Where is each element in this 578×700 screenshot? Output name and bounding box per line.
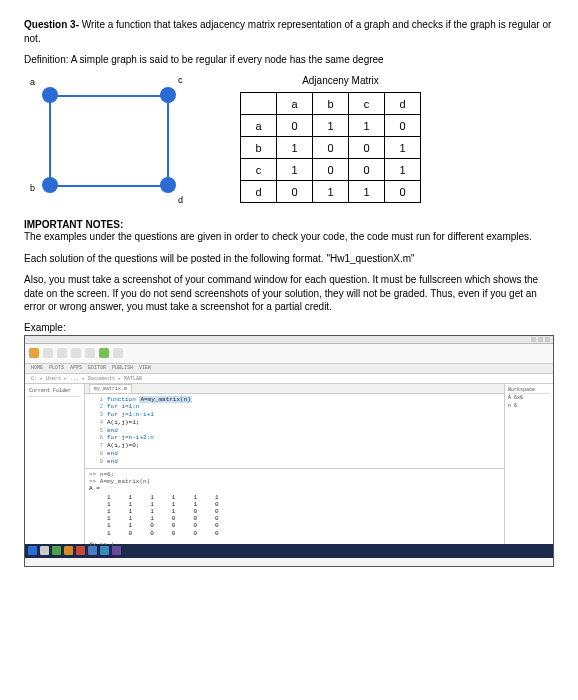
current-folder-title: Current Folder [29,388,80,397]
important-notes: IMPORTANT NOTES: The examples under the … [24,219,554,314]
adjacency-table: a b c d a 0 1 1 0 b 1 0 0 1 c 1 [240,92,421,203]
screenshot-body: Current Folder my_matrix.m 1 2 3 4 5 6 7… [25,384,553,544]
command-window[interactable]: >> n=6; >> A=my_matrix(n) A = 1 1 1 1 1 … [85,468,504,550]
taskbar-app-icon[interactable] [52,546,61,555]
workspace-title: Workspace [508,387,550,394]
adj-cell: 1 [385,159,421,181]
adj-blank-cell [241,93,277,115]
adj-cell: 0 [277,181,313,203]
adj-row-b: b [241,137,277,159]
open-icon[interactable] [43,348,53,358]
taskbar-app-icon[interactable] [76,546,85,555]
adj-cell: 1 [313,181,349,203]
notes-heading: IMPORTANT NOTES: [24,219,554,230]
taskbar-search-icon[interactable] [40,546,49,555]
code-area[interactable]: 1 2 3 4 5 6 7 8 9 function A=my_matrix(n… [85,394,504,468]
indent-icon[interactable] [85,348,95,358]
figure-row: a c b d Adjanceny Matrix a b c d a 0 1 [24,75,554,205]
cmd-line: >> n=6; [89,471,500,478]
adj-cell: 0 [277,115,313,137]
edge-cd [167,96,169,186]
graph-diagram: a c b d [30,75,200,205]
workspace-row[interactable]: n 6 [508,402,550,410]
adj-cell: 1 [313,115,349,137]
definition-text: Definition: A simple graph is said to be… [24,54,554,65]
notes-p1: The examples under the questions are giv… [24,230,554,244]
matrix-title: Adjanceny Matrix [260,75,421,86]
new-icon[interactable] [29,348,39,358]
editor-tab[interactable]: my_matrix.m [89,384,132,393]
node-c [160,87,176,103]
question-body: Write a function that takes adjacency ma… [24,19,551,44]
adj-cell: 0 [313,137,349,159]
taskbar-app-icon[interactable] [64,546,73,555]
node-label-a: a [30,77,35,87]
path-text: C: ▸ Users ▸ ... ▸ Documents ▸ MATLAB [31,375,142,382]
edge-ac [51,95,167,97]
example-screenshot: HOME PLOTS APPS EDITOR PUBLISH VIEW C: ▸… [24,335,554,567]
workspace-panel: Workspace A 6x6 n 6 [505,384,553,544]
editor-tabs: my_matrix.m [85,384,504,394]
taskbar-app-icon[interactable] [100,546,109,555]
toolstrip [25,344,553,364]
workspace-row[interactable]: A 6x6 [508,394,550,402]
code-lines: function A=my_matrix(n) for i=1:n for j=… [107,396,192,466]
adj-col-d: d [385,93,421,115]
window-close-icon[interactable] [545,337,550,342]
window-max-icon[interactable] [538,337,543,342]
node-d [160,177,176,193]
run-icon[interactable] [99,348,109,358]
node-label-b: b [30,183,35,193]
adjacency-matrix-block: Adjanceny Matrix a b c d a 0 1 1 0 b 1 0… [240,75,421,203]
edge-ab [49,96,51,186]
adj-col-b: b [313,93,349,115]
cmd-line: >> A=my_matrix(n) [89,478,500,485]
cmd-var: A = [89,485,500,492]
question-prompt: Question 3- Write a function that takes … [24,18,554,46]
adj-cell: 0 [349,159,385,181]
save-icon[interactable] [57,348,67,358]
current-folder-body[interactable] [29,401,80,540]
adj-cell: 1 [277,137,313,159]
find-icon[interactable] [71,348,81,358]
ribbon-tab[interactable]: EDITOR [88,365,106,371]
cmd-matrix-output: 1 1 1 1 1 1 1 1 1 1 1 0 1 1 1 1 0 0 1 1 … [89,494,500,537]
adj-col-c: c [349,93,385,115]
adj-cell: 0 [385,115,421,137]
adj-col-a: a [277,93,313,115]
adj-cell: 1 [349,115,385,137]
notes-p3: Also, you must take a screenshot of your… [24,273,554,314]
adj-cell: 0 [349,137,385,159]
editor-panel: my_matrix.m 1 2 3 4 5 6 7 8 9 function A… [85,384,505,544]
ribbon-tab[interactable]: APPS [70,365,82,371]
line-gutter: 1 2 3 4 5 6 7 8 9 [87,396,107,466]
taskbar-app-icon[interactable] [112,546,121,555]
ribbon-tab[interactable]: PLOTS [49,365,64,371]
ribbon-tab[interactable]: VIEW [139,365,151,371]
window-titlebar [25,336,553,344]
taskbar-app-icon[interactable] [88,546,97,555]
adj-cell: 1 [385,137,421,159]
adj-cell: 1 [349,181,385,203]
adj-row-a: a [241,115,277,137]
ribbon-tab[interactable]: HOME [31,365,43,371]
window-min-icon[interactable] [531,337,536,342]
edge-bd [51,185,167,187]
taskbar-start-icon[interactable] [28,546,37,555]
adj-cell: 0 [313,159,349,181]
adj-row-c: c [241,159,277,181]
notes-p2: Each solution of the questions will be p… [24,252,554,266]
node-a [42,87,58,103]
ribbon-tab[interactable]: PUBLISH [112,365,133,371]
current-folder-panel: Current Folder [25,384,85,544]
adj-cell: 0 [385,181,421,203]
adj-row-d: d [241,181,277,203]
path-bar[interactable]: C: ▸ Users ▸ ... ▸ Documents ▸ MATLAB [25,374,553,384]
run-section-icon[interactable] [113,348,123,358]
question-number: Question 3- [24,19,79,30]
adj-cell: 1 [277,159,313,181]
node-label-d: d [178,195,183,205]
example-label: Example: [24,322,554,333]
cmd-prompt[interactable]: fx >> | [89,541,500,548]
ribbon-tabs: HOME PLOTS APPS EDITOR PUBLISH VIEW [25,364,553,374]
